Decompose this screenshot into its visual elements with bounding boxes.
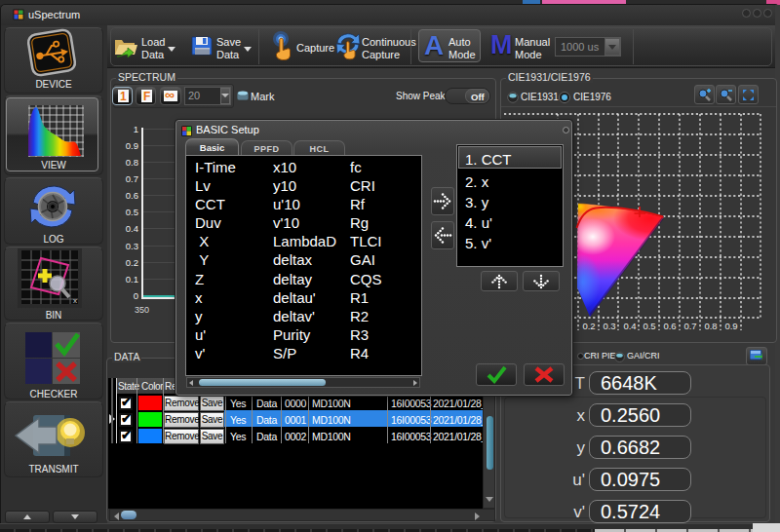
svg-text:x: x [73, 296, 77, 305]
